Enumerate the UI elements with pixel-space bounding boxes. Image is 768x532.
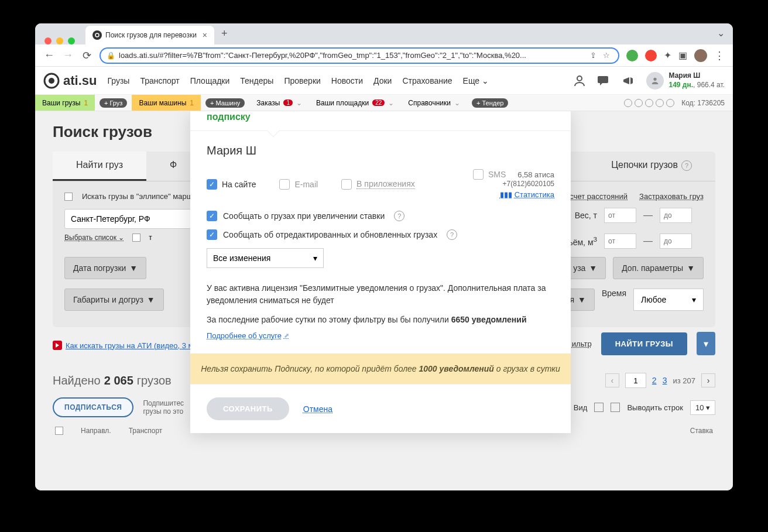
nav-docs[interactable]: Доки <box>373 76 392 85</box>
your-sites-block[interactable]: Ваши площадки 22 ⌄ <box>309 95 401 111</box>
tab-chains[interactable]: Цепочки грузов? <box>588 152 715 181</box>
main-nav: Грузы Транспорт Площадки Тендеры Проверк… <box>107 76 488 85</box>
profile-avatar[interactable] <box>694 49 707 62</box>
time-select[interactable]: Любое▾ <box>633 289 704 311</box>
help-icon[interactable]: ? <box>447 229 457 240</box>
nav-insurance[interactable]: Страхование <box>402 76 452 85</box>
help-icon[interactable]: ? <box>394 211 404 221</box>
your-cargo-block[interactable]: Ваши грузы 1 <box>35 95 95 111</box>
chevron-down-icon: ⌄ <box>388 99 394 107</box>
user-account[interactable]: Мария Ш 149 дн., 966.4 ат. <box>646 71 725 90</box>
find-cargo-button[interactable]: НАЙТИ ГРУЗЫ <box>601 332 687 355</box>
add-tender-button[interactable]: +Тендер <box>472 98 508 108</box>
your-trucks-block[interactable]: Ваши машины 1 <box>132 95 201 111</box>
quick-icon[interactable] <box>624 99 632 107</box>
new-tab-button[interactable]: + <box>214 23 235 44</box>
refs-block[interactable]: Справочники ⌄ <box>401 95 467 111</box>
browser-tab[interactable]: Поиск грузов для перевозки × <box>85 26 214 44</box>
chevron-down-icon[interactable]: ⌄ <box>709 23 733 44</box>
choose-list-link[interactable]: Выбрать список ⌄ <box>64 234 124 242</box>
sidebar-icon[interactable]: ▣ <box>678 50 687 61</box>
share-icon[interactable]: ⇪ <box>590 51 599 60</box>
chat-icon[interactable] <box>597 74 611 88</box>
window-close[interactable] <box>44 37 52 44</box>
nav-news[interactable]: Новости <box>331 76 363 85</box>
orders-block[interactable]: Заказы 1 ⌄ <box>249 95 309 111</box>
location-from-input[interactable]: Санкт-Петербург, РФ <box>64 209 205 229</box>
address-bar[interactable]: 🔒 loads.ati.su/#?filter=%7B"from":"Санкт… <box>100 47 619 64</box>
nav-more[interactable]: Еще ⌄ <box>463 76 489 85</box>
page-2-link[interactable]: 2 <box>652 376 657 385</box>
changes-select[interactable]: Все изменения▾ <box>207 248 324 268</box>
quick-icon[interactable] <box>656 99 664 107</box>
select-all-checkbox[interactable] <box>55 427 63 435</box>
volume-from-input[interactable] <box>604 234 636 249</box>
extension-icon[interactable] <box>645 50 657 61</box>
channel-email[interactable]: E-mail <box>279 169 318 199</box>
window-maximize[interactable] <box>68 37 75 44</box>
ellipse-checkbox[interactable] <box>64 193 73 201</box>
checked-icon[interactable]: ✓ <box>207 229 217 240</box>
volume-to-input[interactable] <box>660 234 692 249</box>
page-next-button[interactable]: › <box>701 373 715 387</box>
nav-sites[interactable]: Площадки <box>190 76 230 85</box>
ellipse-label: Искать грузы в "эллипсе" маршр <box>82 192 197 201</box>
nav-cargo[interactable]: Грузы <box>107 76 129 85</box>
quick-icon[interactable] <box>666 99 674 107</box>
t-checkbox[interactable] <box>132 234 140 242</box>
view-list-icon[interactable] <box>594 403 604 412</box>
firm-code: Код: 1736205 <box>681 99 733 107</box>
cancel-link[interactable]: Отмена <box>303 404 332 414</box>
logo[interactable]: ati.su <box>43 73 97 89</box>
window-minimize[interactable] <box>56 37 63 44</box>
calc-distance-link[interactable]: Расчет расстояний <box>561 192 628 201</box>
subscribe-hint: Подпишитесгрузы по это <box>143 399 184 416</box>
megaphone-icon[interactable] <box>622 74 636 88</box>
back-button[interactable]: ← <box>43 49 55 61</box>
tab-find-cargo[interactable]: Найти груз <box>53 152 146 181</box>
channel-site[interactable]: ✓На сайте <box>207 169 256 199</box>
nav-checks[interactable]: Проверки <box>284 76 320 85</box>
stats-link[interactable]: ▮▮▮Статистика <box>473 190 554 199</box>
lock-icon: 🔒 <box>107 52 115 60</box>
filter-link[interactable]: ильтр <box>572 339 592 348</box>
dimensions-button[interactable]: Габариты и догруз ▼ <box>64 289 164 311</box>
star-icon[interactable]: ☆ <box>603 51 612 60</box>
subscribe-button[interactable]: ПОДПИСАТЬСЯ <box>53 397 133 417</box>
channel-sms[interactable]: SMS 6,58 атиса <box>473 169 554 180</box>
extra-params-button[interactable]: Доп. параметры ▼ <box>613 257 704 279</box>
help-icon[interactable]: ? <box>681 160 692 171</box>
quick-icon[interactable] <box>645 99 653 107</box>
service-details-link[interactable]: Подробнее об услуге⬈ <box>207 331 289 340</box>
found-prefix: Найдено <box>53 374 101 387</box>
page-3-link[interactable]: 3 <box>663 376 667 385</box>
forward-button[interactable]: → <box>62 49 74 61</box>
insure-link[interactable]: Застраховать груз <box>639 192 704 201</box>
kebab-menu-icon[interactable]: ⋮ <box>714 49 725 62</box>
channel-app[interactable]: В приложениях <box>341 169 415 199</box>
view-grid-icon[interactable] <box>611 403 620 412</box>
quick-icon[interactable] <box>635 99 643 107</box>
notifications-estimate: За последние рабочие сутки по этому филь… <box>207 315 554 324</box>
profile-icon[interactable] <box>572 74 587 88</box>
license-info: У вас активна лицензия "Безлимитные увед… <box>207 282 554 307</box>
save-button[interactable]: СОХРАНИТЬ <box>207 397 289 420</box>
rows-per-page-select[interactable]: 10 ▾ <box>690 400 715 415</box>
page-number-input[interactable] <box>625 373 646 388</box>
extension-icon[interactable] <box>626 50 638 61</box>
date-loading-button[interactable]: Дата погрузки ▼ <box>64 257 146 279</box>
nav-transport[interactable]: Транспорт <box>140 76 179 85</box>
extensions-menu-icon[interactable]: ✦ <box>664 50 671 61</box>
tab-close-icon[interactable]: × <box>203 30 207 40</box>
video-link[interactable]: Как искать грузы на АТИ (видео, 3 м <box>66 341 193 350</box>
add-truck-button[interactable]: +Машину <box>205 98 245 108</box>
reload-button[interactable]: ⟳ <box>81 49 92 62</box>
sub-header: Ваши грузы 1 +Груз Ваши машины 1 +Машину… <box>35 95 733 111</box>
add-cargo-button[interactable]: +Груз <box>100 98 127 108</box>
page-prev-button[interactable]: ‹ <box>605 373 619 387</box>
weight-from-input[interactable] <box>604 208 636 223</box>
weight-to-input[interactable] <box>660 208 692 223</box>
find-dropdown-button[interactable]: ▾ <box>697 332 715 355</box>
checked-icon[interactable]: ✓ <box>207 211 217 221</box>
nav-tenders[interactable]: Тендеры <box>240 76 273 85</box>
